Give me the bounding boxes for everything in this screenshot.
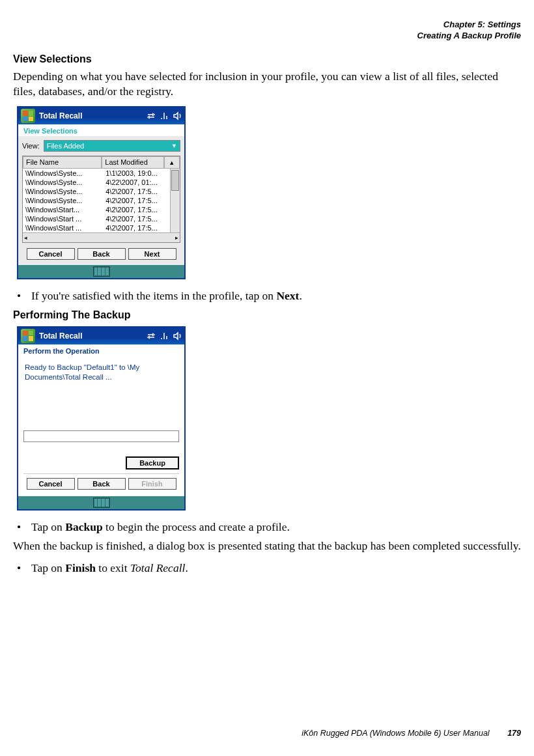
system-tray — [147, 331, 182, 341]
keyboard-icon[interactable] — [93, 266, 110, 277]
screenshot-perform-operation: Total Recall Perform the Operation Ready… — [17, 326, 186, 511]
connectivity-icon[interactable] — [147, 111, 156, 120]
chapter-label: Chapter 5: Settings — [13, 20, 521, 31]
page-number: 179 — [507, 729, 521, 738]
backup-button[interactable]: Backup — [126, 456, 179, 469]
column-file-name[interactable]: File Name — [23, 156, 102, 169]
vertical-scrollbar[interactable] — [170, 169, 180, 232]
signal-icon[interactable] — [160, 331, 169, 341]
cancel-button[interactable]: Cancel — [27, 248, 75, 260]
status-message: Ready to Backup "Default1" to \My Docume… — [23, 361, 179, 385]
app-title: Total Recall — [39, 111, 143, 120]
chevron-down-icon: ▼ — [171, 143, 177, 149]
signal-icon[interactable] — [160, 111, 169, 120]
back-button[interactable]: Back — [77, 478, 126, 490]
table-row[interactable]: \Windows\Syste...4\2\2007, 17:5... — [23, 187, 170, 196]
screen-subtitle: Perform the Operation — [18, 344, 184, 356]
system-tray — [147, 111, 182, 120]
finish-paragraph: When the backup is finished, a dialog bo… — [13, 539, 521, 554]
column-last-modified[interactable]: Last Modified — [102, 156, 164, 169]
horizontal-scrollbar[interactable]: ◂▸ — [23, 232, 180, 242]
footer-text: iKôn Rugged PDA (Windows Mobile 6) User … — [302, 729, 489, 738]
start-icon[interactable] — [21, 329, 35, 343]
finish-button[interactable]: Finish — [128, 478, 176, 490]
view-dropdown-value: Files Added — [47, 142, 84, 150]
back-button[interactable]: Back — [77, 248, 126, 260]
bullet-backup: Tap on Backup to begin the process and c… — [13, 520, 521, 535]
scroll-up-button[interactable]: ▴ — [164, 156, 180, 169]
connectivity-icon[interactable] — [147, 331, 156, 341]
soft-key-bar — [18, 265, 184, 278]
progress-bar — [23, 430, 179, 442]
view-label: View: — [22, 142, 40, 150]
bullet-next: If you're satisfied with the items in th… — [13, 288, 521, 304]
table-row[interactable]: \Windows\Syste...4\2\2007, 17:5... — [23, 196, 170, 205]
bullet-finish: Tap on Finish to exit Total Recall. — [13, 561, 521, 576]
heading-view-selections: View Selections — [13, 53, 521, 65]
screen-body: View: Files Added ▼ File Name Last Modif… — [18, 136, 184, 265]
heading-performing-backup: Performing The Backup — [13, 309, 521, 321]
table-row[interactable]: \Windows\Start...4\2\2007, 17:5... — [23, 205, 170, 214]
running-header: Chapter 5: Settings Creating A Backup Pr… — [13, 20, 521, 42]
intro-paragraph: Depending on what you have selected for … — [13, 69, 521, 100]
keyboard-icon[interactable] — [93, 497, 110, 508]
view-dropdown[interactable]: Files Added ▼ — [44, 140, 180, 152]
app-title: Total Recall — [39, 331, 143, 341]
cancel-button[interactable]: Cancel — [27, 478, 75, 490]
page-footer: iKôn Rugged PDA (Windows Mobile 6) User … — [13, 729, 521, 738]
table-row[interactable]: \Windows\Start ...4\2\2007, 17:5... — [23, 214, 170, 223]
volume-icon[interactable] — [173, 331, 182, 341]
start-icon[interactable] — [21, 109, 35, 123]
titlebar: Total Recall — [18, 328, 184, 344]
table-row[interactable]: \Windows\Syste...1\1\2003, 19:0... — [23, 169, 170, 178]
table-row[interactable]: \Windows\Syste...4\22\2007, 01:... — [23, 178, 170, 187]
file-table: File Name Last Modified ▴ \Windows\Syste… — [22, 156, 180, 243]
section-label: Creating A Backup Profile — [13, 31, 521, 42]
manual-page: Chapter 5: Settings Creating A Backup Pr… — [0, 0, 534, 756]
screenshot-view-selections: Total Recall View Selections View: Files… — [17, 106, 186, 279]
screen-body: Ready to Backup "Default1" to \My Docume… — [18, 356, 184, 496]
next-button[interactable]: Next — [128, 248, 176, 260]
titlebar: Total Recall — [18, 107, 184, 124]
volume-icon[interactable] — [173, 111, 182, 120]
soft-key-bar — [18, 496, 184, 509]
screen-subtitle: View Selections — [18, 124, 184, 136]
table-row[interactable]: \Windows\Start ...4\2\2007, 17:5... — [23, 223, 170, 232]
